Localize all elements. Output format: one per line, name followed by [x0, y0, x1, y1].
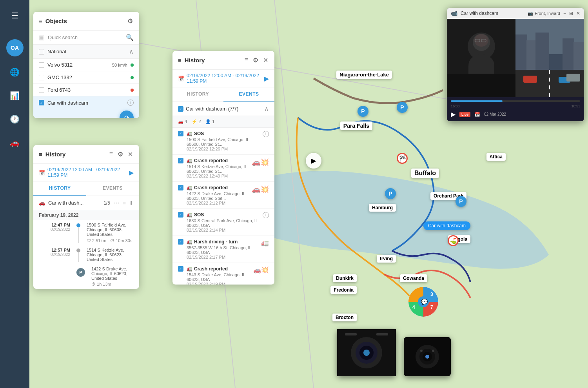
group-name: National [47, 49, 126, 54]
car-summary-checkbox[interactable]: ✓ [178, 106, 183, 112]
svg-point-22 [420, 350, 423, 352]
history-large-menu-icon[interactable]: ≡ [244, 56, 249, 65]
svg-text:💬: 💬 [421, 299, 428, 305]
event-content-crash-1: 🚛 Crash reported 1514 S Kedzie Ave, Chic… [187, 158, 249, 178]
event-checkbox-6[interactable]: ✓ [178, 266, 183, 272]
vehicle-status-ford [131, 89, 134, 92]
car-icon[interactable]: 🚗 [7, 135, 23, 150]
video-title: Car with dashcam [461, 11, 524, 16]
svg-rect-33 [515, 34, 527, 70]
vehicle-name-gmc: GMC 1332 [47, 74, 127, 80]
expand-icon[interactable]: ∧ [264, 105, 269, 112]
vehicle-checkbox-ford[interactable] [39, 87, 44, 93]
history-menu-icon[interactable]: ≡ [109, 150, 114, 159]
event-content-sos-2: 🚛 SOS 1630 S Central Park Ave, Chicago, … [187, 212, 260, 232]
play-forward-large-icon[interactable]: ▶ [264, 75, 269, 82]
video-camera-icon: 📹 [451, 10, 457, 16]
parking-pin-3: P [385, 188, 396, 199]
car-row-download-icon[interactable]: ⬇ [129, 200, 134, 206]
history-small-header: ≡ History ≡ ⚙ ✕ [33, 145, 139, 164]
vehicle-checkbox-dashcam[interactable]: ✓ [39, 100, 44, 105]
tab-history-small[interactable]: HISTORY [33, 181, 86, 196]
vehicle-item-ford: Ford 6743 [33, 84, 139, 96]
play-forward-icon[interactable]: ▶ [129, 169, 134, 176]
car-count: 1/5 [103, 200, 110, 206]
car-row-dots-icon[interactable]: ⋯ [113, 199, 120, 207]
video-timeline-bar[interactable] [451, 100, 580, 102]
globe-icon[interactable]: 🌐 [7, 64, 23, 80]
history-close-icon[interactable]: ✕ [127, 150, 134, 159]
timeline-content-1: 1500 S Fairfield Ave, Chicago, IL 60608,… [87, 223, 134, 243]
video-time-end: 18:51 [571, 104, 580, 108]
event-crash-2: ✓ 🚛 Crash reported 1422 S Drake Ave, Chi… [172, 182, 274, 209]
close-video-icon[interactable]: ✕ [576, 11, 580, 16]
event-content-crash-3: 🚛 Crash reported 1543 S Drake Ave, Chica… [187, 266, 250, 285]
event-checkbox-1[interactable]: ✓ [178, 131, 183, 136]
timeline-scroll[interactable]: 12:47 PM 02/19/2022 1500 S Fairfield Ave… [33, 220, 139, 289]
truck-icon-2: 🚛 [187, 158, 192, 163]
history-settings-icon[interactable]: ⚙ [117, 150, 124, 159]
search-input[interactable] [48, 34, 123, 40]
live-badge: Live [459, 112, 470, 117]
history-large-tabs: HISTORY EVENTS [172, 87, 274, 102]
vehicle-checkbox-volvo[interactable] [39, 62, 44, 68]
map-label-hamburg: Hamburg [369, 204, 396, 212]
settings-icon[interactable]: ⚙ [127, 16, 134, 25]
history-panel-large: ≡ History ≡ ⚙ ✕ 📅 02/19/2022 12:00 AM - … [172, 51, 274, 285]
play-circle-1[interactable]: ▶ [306, 153, 321, 169]
history-play-button[interactable]: ⟳ [120, 111, 134, 118]
calendar-video-icon: 📅 [474, 112, 480, 117]
history-large-close-icon[interactable]: ✕ [262, 56, 269, 65]
svg-text:4: 4 [412, 305, 415, 310]
event-info-btn-1[interactable]: i [263, 131, 269, 137]
truck-icon-3: 🚛 [187, 185, 192, 190]
vehicle-info-dashcam[interactable]: i [127, 100, 134, 106]
history-large-settings-icon[interactable]: ⚙ [252, 56, 259, 65]
summary-icons-row: 🚗 4 ⚡ 2 👤 1 [178, 119, 215, 124]
tab-events-small[interactable]: EVENTS [86, 181, 139, 196]
timeline-content-2: 1514 S Kedzie Ave, Chicago, IL 60623, Un… [87, 248, 134, 262]
event-checkbox-4[interactable]: ✓ [178, 212, 183, 218]
vehicle-item-dashcam[interactable]: ✓ Car with dashcam i ⟳ [33, 96, 139, 118]
video-play-btn[interactable]: ▶ [451, 111, 456, 118]
group-checkbox[interactable] [39, 49, 44, 54]
car-icon-count: 🚗 4 [178, 119, 187, 124]
video-panel: 📹 Car with dashcam 📷 Front, Inward − ⊞ ✕ [447, 8, 584, 121]
event-addr-harsh: 3567-3535 W 16th St, Chicago, IL 60623, … [187, 245, 258, 255]
camera-label-text: Front, Inward [535, 11, 560, 16]
history-small-tabs: HISTORY EVENTS [33, 181, 139, 196]
event-checkbox-3[interactable]: ✓ [178, 185, 183, 190]
timeline-connector-2 [76, 248, 80, 262]
event-checkbox-2[interactable]: ✓ [178, 158, 183, 163]
chart-icon[interactable]: 📊 [7, 88, 23, 103]
grid-icon[interactable]: ⊞ [569, 11, 573, 16]
tab-history-large[interactable]: HISTORY [172, 87, 223, 102]
car-row-menu-icon[interactable]: ≡ [123, 200, 126, 206]
event-time-crash-2: 02/19/2022 2:12 PM [187, 201, 249, 205]
search-magnify-icon[interactable]: 🔍 [126, 34, 134, 41]
date-range-large-text: 02/19/2022 12:00 AM - 02/19/2022 11:59 P… [187, 73, 262, 84]
event-checkbox-5[interactable]: ✓ [178, 239, 183, 245]
svg-text:3: 3 [430, 292, 433, 297]
event-type-crash-1: 🚛 Crash reported [187, 158, 249, 163]
svg-rect-36 [563, 38, 574, 70]
event-info-btn-2[interactable]: i [263, 212, 269, 218]
user-avatar: OA [6, 39, 24, 56]
vehicle-checkbox-gmc[interactable] [39, 75, 44, 80]
events-scroll[interactable]: ✓ 🚛 SOS 1500 S Fairfield Ave, Chicago, I… [172, 128, 274, 285]
event-type-crash-3: 🚛 Crash reported [187, 266, 250, 272]
video-date: 02 Mar 2022 [484, 112, 506, 116]
group-chevron-up-icon[interactable]: ∧ [129, 48, 134, 55]
group-header: National ∧ [33, 45, 139, 59]
event-time-harsh: 02/19/2022 2:17 PM [187, 255, 258, 259]
crash-icon-1: 🚗💥 [252, 158, 269, 167]
minus-icon[interactable]: − [563, 11, 566, 16]
clock-icon[interactable]: 🕐 [7, 111, 23, 127]
tab-events-large[interactable]: EVENTS [223, 87, 274, 102]
menu-icon[interactable]: ☰ [7, 8, 23, 24]
sidebar: ☰ OA 🌐 📊 🕐 🚗 [0, 0, 29, 388]
car-row-label: Car with dash... [48, 200, 100, 206]
event-time-crash-3: 02/19/2022 2:19 PM [187, 282, 250, 285]
event-content-crash-2: 🚛 Crash reported 1422 S Drake Ave, Chica… [187, 185, 249, 205]
video-time-start: 16:00 [451, 104, 460, 108]
